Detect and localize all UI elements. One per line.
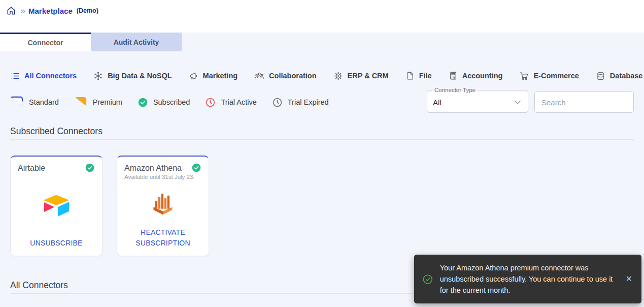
top-header: » Marketplace (Demo) [0, 0, 644, 33]
connector-type-label: Connector Type [432, 87, 478, 93]
connector-type-select[interactable]: Connector Type All [427, 91, 528, 113]
breadcrumb-separator-icon: » [20, 6, 24, 16]
connector-name: Amazon Athena [124, 163, 182, 173]
tab-bar: Connector Audit Activity [0, 33, 644, 51]
gear-icon [333, 71, 343, 81]
chevron-down-icon [512, 97, 523, 108]
filter-row: Standard Premium Subscribed [10, 91, 634, 113]
toast-notification: Your Amazon Athena premium connector was… [414, 255, 641, 303]
breadcrumb-page[interactable]: Marketplace [28, 7, 73, 15]
standard-corner-icon [10, 96, 24, 109]
legend-trial-expired: Trial Expired [272, 97, 329, 108]
list-icon [10, 71, 20, 81]
legend-subscribed: Subscribed [138, 97, 190, 108]
subscribed-check-icon [138, 97, 148, 108]
availability-note: Available until 31st July 23. [124, 174, 201, 180]
reactivate-subscription-button[interactable]: REACTIVATE SUBSCRIPTION [124, 227, 201, 249]
toast-message: Your Amazon Athena premium connector was… [440, 262, 618, 296]
category-database[interactable]: Database [596, 71, 642, 81]
subscribed-badge-icon [191, 163, 201, 173]
tab-bar-filler [182, 33, 644, 51]
category-all-connectors[interactable]: All Connectors [10, 71, 77, 81]
search-input[interactable] [534, 91, 634, 113]
megaphone-icon [189, 71, 198, 81]
unsubscribe-button[interactable]: UNSUBSCRIBE [18, 238, 95, 249]
amazon-athena-logo [150, 191, 176, 217]
hub-icon [93, 71, 103, 81]
category-file[interactable]: File [405, 71, 432, 80]
connector-card-amazon-athena: Amazon Athena Available until 31st July … [117, 156, 209, 256]
database-icon [596, 71, 605, 81]
file-icon [405, 71, 415, 80]
connector-type-value: All [433, 98, 442, 107]
tab-connector[interactable]: Connector [0, 33, 91, 51]
category-big-data-nosql[interactable]: Big Data & NoSQL [93, 71, 172, 81]
category-marketing[interactable]: Marketing [189, 71, 238, 81]
category-nav: All Connectors Big Data & NoSQL Marketin… [10, 70, 634, 82]
category-erp-crm[interactable]: ERP & CRM [333, 71, 389, 81]
legend-trial-active: Trial Active [205, 97, 256, 108]
home-icon[interactable] [6, 6, 16, 16]
section-divider [10, 139, 634, 140]
cart-icon [519, 71, 529, 81]
category-e-commerce[interactable]: E-Commerce [519, 71, 579, 81]
breadcrumb: » Marketplace (Demo) [6, 6, 638, 16]
trial-expired-clock-icon [272, 97, 283, 108]
premium-corner-icon [74, 96, 88, 109]
legend-premium: Premium [74, 96, 122, 109]
airtable-logo [42, 194, 71, 218]
calculator-icon [449, 71, 458, 80]
tab-audit-activity[interactable]: Audit Activity [91, 33, 182, 51]
connector-card-airtable: Airtable UNSUBSCRIBE [10, 156, 103, 256]
success-check-icon [422, 273, 433, 285]
trial-active-clock-icon [205, 97, 216, 108]
category-collaboration[interactable]: Collaboration [254, 71, 316, 81]
subscribed-badge-icon [85, 163, 95, 173]
connector-name: Airtable [18, 163, 45, 173]
category-accounting[interactable]: Accounting [449, 71, 503, 80]
subscribed-connectors-title: Subscribed Connectors [10, 126, 634, 137]
people-icon [254, 71, 264, 81]
status-legend: Standard Premium Subscribed [10, 96, 329, 109]
breadcrumb-suffix: (Demo) [77, 7, 98, 14]
legend-standard: Standard [10, 96, 59, 109]
close-icon[interactable]: ✕ [625, 274, 633, 284]
subscribed-cards: Airtable UNSUBSCRIBE Amazon Athena [10, 156, 634, 256]
